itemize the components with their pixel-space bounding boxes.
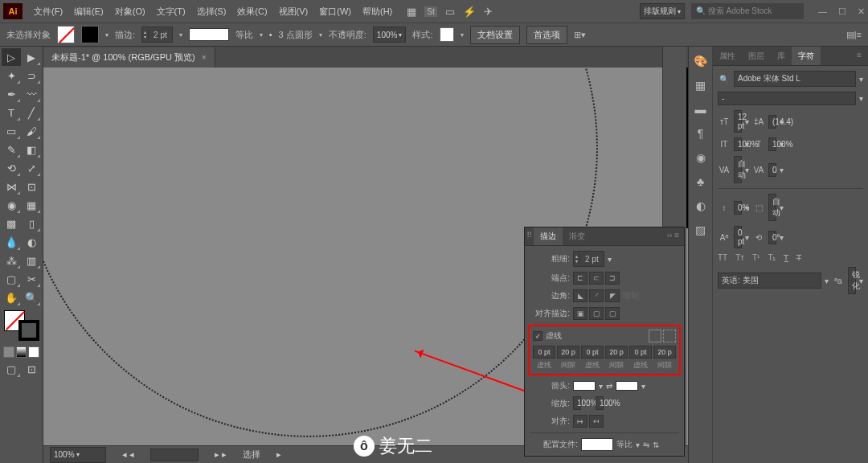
gap-1[interactable]: 20 p [557, 346, 579, 359]
font-family-input[interactable]: Adobe 宋体 Std L [734, 71, 856, 87]
transparency-panel-icon[interactable]: ▨ [695, 223, 706, 236]
curvature-tool[interactable]: 〰 [22, 85, 41, 103]
nav-next-icon[interactable]: ▸ ▸ [215, 449, 227, 460]
color-mode-none[interactable] [28, 346, 39, 358]
style-dropdown-icon[interactable]: ▾ [461, 31, 464, 39]
rectangle-tool[interactable]: ▭ [2, 122, 21, 140]
tab-properties[interactable]: 属性 [713, 47, 742, 65]
swatches-panel-icon[interactable]: ▦ [695, 79, 706, 92]
swatch-dropdown-icon[interactable]: ▾ [105, 31, 108, 39]
dash-1[interactable]: 0 pt [533, 346, 555, 359]
tab-layers[interactable]: 图层 [742, 47, 771, 65]
blend-tool[interactable]: ◐ [22, 233, 41, 251]
kerning-input[interactable]: 自动 [734, 156, 742, 183]
stroke-weight-dropdown-icon[interactable]: ▾ [179, 31, 182, 39]
rotate-tool[interactable]: ⟲ [2, 159, 21, 177]
strikethrough-icon[interactable]: T̶ [796, 253, 801, 262]
dash-align-exact[interactable] [649, 330, 661, 342]
flip-y-icon[interactable]: ⇅ [653, 440, 659, 449]
font-style-input[interactable]: - [718, 92, 856, 105]
dotted-ellipse-artwork[interactable] [43, 68, 598, 437]
superscript-icon[interactable]: T¹ [752, 253, 760, 262]
menu-effect[interactable]: 效果(C) [232, 2, 272, 21]
menu-view[interactable]: 视图(V) [274, 2, 313, 21]
antialias-input[interactable]: 锐化 [848, 267, 856, 294]
control-menu-icon[interactable]: ▤|≡ [846, 30, 862, 40]
dash-3[interactable]: 0 pt [629, 346, 652, 359]
vscale-input[interactable]: 100% [734, 137, 742, 151]
menu-select[interactable]: 选择(S) [192, 2, 231, 21]
scale-tool[interactable]: ⤢ [22, 159, 41, 177]
slice-tool[interactable]: ✂ [22, 270, 41, 288]
shape-builder-tool[interactable]: ◉ [2, 196, 21, 214]
font-search-icon[interactable]: 🔍 [718, 75, 731, 84]
brush-dropdown-icon[interactable]: ▾ [319, 31, 322, 39]
document-setup-button[interactable]: 文档设置 [470, 26, 520, 44]
stroke-weight-stepper[interactable]: ▴▾2 pt [141, 27, 173, 43]
styles-panel-icon[interactable]: ♣ [697, 175, 704, 188]
gap-2[interactable]: 20 p [605, 346, 628, 359]
pen-tool[interactable]: ✒ [2, 85, 21, 103]
appearance-panel-icon[interactable]: ◐ [696, 199, 706, 212]
tab-close-icon[interactable]: × [202, 53, 207, 62]
style-swatch[interactable] [440, 27, 454, 42]
auto-input[interactable]: 自动 [768, 194, 776, 221]
align-center[interactable]: ▣ [573, 307, 588, 320]
menu-file[interactable]: 文件(F) [29, 2, 68, 21]
profile-dropdown-icon[interactable]: ▾ [260, 31, 263, 39]
screen-mode-tool[interactable]: ▢ [2, 360, 21, 378]
corner-bevel[interactable]: ◤ [605, 289, 620, 302]
magic-wand-tool[interactable]: ✦ [2, 67, 21, 84]
menu-window[interactable]: 窗口(W) [314, 2, 356, 21]
font-dropdown-icon[interactable]: ▾ [859, 75, 863, 84]
document-tab[interactable]: 未标题-1* @ 100% (RGB/GPU 预览) × [43, 47, 215, 68]
dash-checkbox[interactable]: ✓ [533, 331, 542, 341]
subscript-icon[interactable]: T₁ [768, 253, 776, 262]
change-screen-tool[interactable]: ⊡ [22, 360, 41, 378]
leading-input[interactable]: (14.4) [768, 115, 776, 129]
allcaps-icon[interactable]: TT [718, 253, 727, 262]
cap-projecting[interactable]: ⊐ [605, 272, 620, 285]
flip-x-icon[interactable]: ⇋ [643, 440, 649, 449]
stock-search[interactable]: 🔍 搜索 Adobe Stock [691, 3, 804, 19]
style-dropdown-icon[interactable]: ▾ [859, 94, 863, 103]
close-icon[interactable]: ✕ [858, 6, 865, 17]
gradient-tab[interactable]: 渐变 [563, 227, 592, 245]
stroke-tab[interactable]: 描边 [534, 227, 563, 245]
free-transform-tool[interactable]: ⊡ [22, 178, 41, 195]
zoom-level[interactable]: 100% [50, 447, 106, 463]
brush-label[interactable]: 3 点圆形 [279, 29, 313, 41]
bridge-icon[interactable]: ▦ [407, 6, 416, 18]
panel-collapse-icon[interactable]: ›› ≡ [662, 227, 684, 245]
align-panel-icon[interactable]: ⊞▾ [574, 30, 586, 40]
tab-character[interactable]: 字符 [792, 47, 821, 65]
arrange-icon[interactable]: ▭ [445, 6, 455, 18]
workspace-switcher[interactable]: 排版规则 [640, 3, 685, 19]
cap-butt[interactable]: ⊏ [573, 272, 588, 285]
dash-2[interactable]: 0 pt [581, 346, 604, 359]
gap-3[interactable]: 20 p [653, 346, 676, 359]
hscale-input[interactable]: 100% [768, 137, 776, 151]
fill-swatch[interactable] [57, 26, 75, 43]
width-tool[interactable]: ⋈ [2, 178, 21, 195]
stroke-panel-icon[interactable]: ◉ [696, 151, 706, 164]
eraser-tool[interactable]: ◧ [22, 141, 41, 158]
panel-grip-icon[interactable]: ⠿ [525, 227, 534, 245]
symbols-panel-icon[interactable]: ¶ [698, 127, 704, 140]
stroke-profile-preview[interactable] [189, 28, 229, 41]
send-icon[interactable]: ✈ [484, 6, 493, 18]
stroke-indicator[interactable] [18, 320, 39, 341]
char-rotation-input[interactable]: 0° [768, 231, 776, 244]
cap-round[interactable]: ⊂ [589, 272, 604, 285]
smallcaps-icon[interactable]: Tт [735, 253, 744, 262]
gradient-tool[interactable]: ▯ [22, 215, 41, 232]
perspective-tool[interactable]: ▦ [22, 196, 41, 214]
weight-stepper[interactable]: ▴▾2 pt [573, 251, 604, 267]
artboard-nav[interactable] [150, 449, 199, 461]
eyedropper-tool[interactable]: 💧 [2, 233, 21, 251]
selection-tool[interactable]: ▷ [2, 48, 21, 66]
type-tool[interactable]: T [2, 104, 21, 121]
minimize-icon[interactable]: — [818, 6, 827, 17]
align-outside[interactable]: ▢ [605, 307, 620, 320]
menu-help[interactable]: 帮助(H) [358, 2, 397, 21]
